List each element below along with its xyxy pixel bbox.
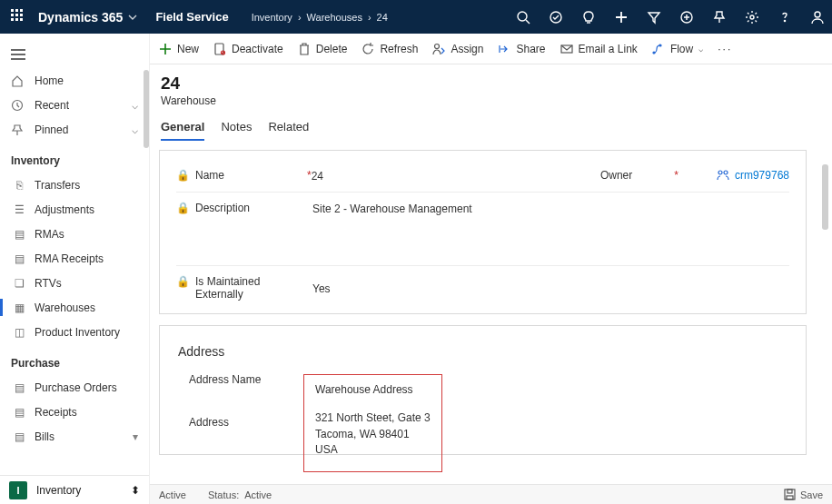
sidebar-item-product-inventory[interactable]: ◫Product Inventory [0,320,149,344]
sidebar-item-receipts[interactable]: ▤Receipts [0,400,149,424]
status-footer: Active Status: Active Save [150,484,832,504]
sidebar: Home Recent ⌵ Pinned ⌵ Inventory ⎘Transf… [0,34,150,504]
cmd-assign[interactable]: Assign [432,43,483,55]
add-circle-icon[interactable] [679,10,694,25]
tab-general[interactable]: General [161,120,204,141]
content-scrollbar[interactable] [822,164,828,230]
cmd-refresh[interactable]: Refresh [362,43,418,55]
lock-icon: 🔒 [176,275,190,288]
footer-status-value: Active [244,489,272,500]
nav-module[interactable]: Field Service [155,10,228,24]
app-launcher-icon[interactable] [11,9,27,25]
module-switcher[interactable]: I Inventory ⬍ [0,475,149,504]
gear-icon[interactable] [745,10,759,25]
svg-point-9 [435,44,440,48]
lightbulb-icon[interactable] [581,10,596,25]
general-form: 🔒 Name * 24 Owner * crm979768 [159,150,807,314]
chevron-down-icon: ⌵ [698,44,703,54]
sidebar-item-label: Product Inventory [35,326,120,339]
footer-status-label: Status: [208,489,239,500]
chevron-down-icon[interactable] [128,13,137,22]
top-navbar: Dynamics 365 Field Service Inventory › W… [0,0,832,34]
cmd-deactivate[interactable]: Deactivate [213,43,283,55]
record-content: 24 Warehouse General Notes Related 🔒 Nam… [150,64,832,504]
cmd-email-link[interactable]: Email a Link [560,43,638,55]
nav-utility-icons [516,10,825,25]
help-icon[interactable] [778,10,792,25]
sidebar-item-label: Warehouses [35,301,95,314]
pin-icon[interactable] [712,10,727,25]
svg-point-13 [718,171,722,174]
footer-state: Active [159,489,186,500]
section-title-address: Address [178,344,789,359]
tab-related[interactable]: Related [268,120,309,141]
breadcrumb-item[interactable]: Inventory [252,12,292,23]
tab-notes[interactable]: Notes [221,120,252,141]
svg-rect-16 [787,489,792,493]
breadcrumb-item[interactable]: Warehouses [307,12,362,23]
field-label-owner: Owner [600,169,632,182]
module-letter: I [9,481,27,499]
field-value-maintained[interactable]: Yes [312,275,789,295]
sidebar-item-label: Transfers [35,179,80,192]
field-value-description[interactable]: Site 2 - Warehouse Management [312,202,789,215]
breadcrumb: Inventory › Warehouses › 24 [249,12,391,23]
sidebar-item-bills[interactable]: ▤Bills▾ [0,424,149,449]
field-label-name: 🔒 Name [176,169,303,182]
module-name: Inventory [36,484,81,497]
sidebar-home[interactable]: Home [0,68,149,93]
sidebar-item-purchase-orders[interactable]: ▤Purchase Orders [0,375,149,400]
field-value-name[interactable]: 24 [312,169,555,183]
brand-title[interactable]: Dynamics 365 [38,10,123,25]
sidebar-item-label: RMAs [35,228,64,241]
chevron-down-icon: ⌵ [132,124,138,136]
sidebar-label: Recent [35,99,69,112]
sidebar-item-label: Purchase Orders [35,381,117,394]
user-icon[interactable] [810,10,825,25]
cmd-delete[interactable]: Delete [298,43,348,55]
sidebar-item-warehouses[interactable]: ▦Warehouses [0,295,149,320]
sidebar-scrollbar[interactable] [144,70,149,148]
cmd-new[interactable]: New [159,43,199,55]
cmd-more[interactable]: ··· [718,43,732,55]
add-icon[interactable] [614,10,629,25]
breadcrumb-item[interactable]: 24 [377,12,388,23]
sidebar-item-rmas[interactable]: ▤RMAs [0,222,149,246]
main-area: New Deactivate Delete Refresh Assign Sha… [150,34,832,504]
sidebar-item-transfers[interactable]: ⎘Transfers [0,173,149,197]
field-value-owner[interactable]: crm979768 [717,169,789,182]
required-icon: * [674,169,678,182]
sidebar-label: Pinned [35,124,68,136]
field-value-address-line[interactable]: USA [315,442,431,458]
sidebar-recent[interactable]: Recent ⌵ [0,93,149,117]
sidebar-pinned[interactable]: Pinned ⌵ [0,117,149,142]
sidebar-item-adjustments[interactable]: ☰Adjustments [0,197,149,222]
cmd-share[interactable]: Share [498,43,545,55]
task-icon[interactable] [549,10,563,25]
record-tabs: General Notes Related [161,120,807,141]
sidebar-section-inventory: Inventory [0,142,149,173]
field-value-address-line[interactable]: 321 North Steet, Gate 3 [315,410,431,426]
filter-icon[interactable] [647,10,661,25]
sidebar-item-rtvs[interactable]: ❏RTVs [0,271,149,295]
cmd-flow[interactable]: Flow ⌵ [652,43,703,55]
field-label-address-name: Address Name [176,373,303,386]
hamburger-icon[interactable] [0,41,149,68]
lock-icon: 🔒 [176,202,190,214]
svg-point-14 [724,171,728,174]
svg-point-11 [653,52,655,54]
save-button[interactable]: Save [784,489,823,500]
chevron-down-icon: ⌵ [132,99,138,112]
search-icon[interactable] [516,10,530,25]
field-value-address-name[interactable]: Warehouse Address [315,382,431,398]
updown-icon: ⬍ [131,484,140,497]
svg-point-12 [659,44,661,46]
sidebar-item-label: RTVs [35,277,62,290]
svg-point-3 [750,15,754,19]
sidebar-item-rma-receipts[interactable]: ▤RMA Receipts [0,246,149,271]
field-label-maintained: 🔒 Is Maintained Externally [176,275,303,301]
svg-point-4 [784,20,785,21]
highlight-box: Warehouse Address 321 North Steet, Gate … [303,374,442,472]
command-bar: New Deactivate Delete Refresh Assign Sha… [150,34,832,64]
field-value-address-line[interactable]: Tacoma, WA 98401 [315,427,431,442]
